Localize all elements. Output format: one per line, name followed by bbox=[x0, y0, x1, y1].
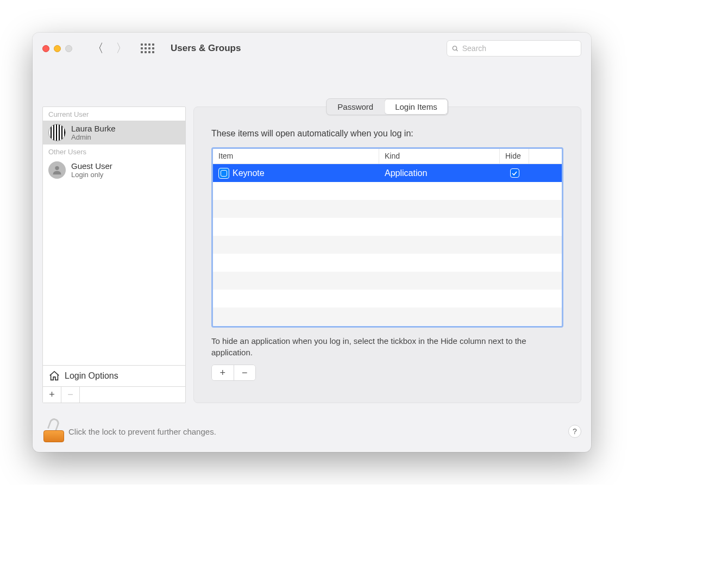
table-body: Keynote Application bbox=[213, 164, 562, 326]
svg-point-2 bbox=[55, 166, 59, 170]
svg-point-0 bbox=[453, 46, 456, 49]
search-icon bbox=[451, 45, 459, 53]
user-name: Guest User bbox=[71, 161, 112, 171]
add-user-button[interactable]: + bbox=[43, 387, 61, 403]
search-input[interactable] bbox=[462, 44, 576, 53]
section-label-other: Other Users bbox=[43, 145, 185, 158]
close-window-button[interactable] bbox=[42, 45, 49, 52]
lock-body-icon bbox=[43, 430, 64, 442]
login-options-button[interactable]: Login Options bbox=[43, 365, 185, 386]
login-options-label: Login Options bbox=[65, 371, 118, 381]
sidebar-add-remove: + − bbox=[43, 386, 185, 403]
toolbar: 〈 〉 Users & Groups bbox=[33, 33, 591, 64]
house-icon bbox=[48, 370, 60, 382]
help-button[interactable]: ? bbox=[568, 425, 581, 438]
col-item[interactable]: Item bbox=[213, 149, 379, 164]
tab-segmented-control: Password Login Items bbox=[326, 98, 448, 115]
table-header: Item Kind Hide bbox=[213, 149, 562, 164]
user-role: Admin bbox=[71, 133, 116, 141]
intro-text: These items will open automatically when… bbox=[211, 129, 563, 139]
window-users-groups: 〈 〉 Users & Groups Current User Laura Bu… bbox=[33, 33, 591, 452]
search-field[interactable] bbox=[447, 40, 581, 57]
cell-item: Keynote bbox=[213, 168, 379, 179]
users-sidebar: Current User Laura Burke Admin Other Use… bbox=[42, 106, 186, 403]
user-role: Login only bbox=[71, 171, 112, 179]
sidebar-user-guest[interactable]: Guest User Login only bbox=[43, 158, 185, 182]
item-name: Keynote bbox=[233, 168, 265, 178]
nav-arrows: 〈 〉 bbox=[92, 40, 128, 57]
hide-checkbox[interactable] bbox=[510, 168, 519, 178]
login-items-table[interactable]: Item Kind Hide Keynote Application bbox=[211, 147, 563, 328]
back-button[interactable]: 〈 bbox=[92, 40, 104, 57]
add-login-item-button[interactable]: + bbox=[212, 365, 234, 380]
zoom-window-button bbox=[65, 45, 72, 52]
avatar-silhouette-icon bbox=[48, 161, 66, 179]
col-hide[interactable]: Hide bbox=[500, 149, 529, 164]
tab-password[interactable]: Password bbox=[327, 99, 384, 115]
show-all-icon[interactable] bbox=[141, 43, 154, 53]
remove-login-item-button[interactable]: − bbox=[234, 365, 256, 380]
table-row[interactable]: Keynote Application bbox=[213, 164, 562, 182]
checkmark-icon bbox=[511, 170, 518, 177]
tab-login-items[interactable]: Login Items bbox=[384, 99, 448, 115]
section-label-current: Current User bbox=[43, 107, 185, 121]
cell-hide[interactable] bbox=[500, 168, 529, 178]
minimize-window-button[interactable] bbox=[54, 45, 61, 52]
user-name: Laura Burke bbox=[71, 124, 116, 133]
remove-user-button: − bbox=[61, 387, 80, 403]
lock-button[interactable] bbox=[42, 421, 61, 442]
avatar-piano-icon bbox=[48, 124, 66, 141]
sidebar-user-current[interactable]: Laura Burke Admin bbox=[43, 121, 185, 145]
window-controls bbox=[42, 45, 72, 52]
main-panel: Password Login Items These items will op… bbox=[193, 106, 581, 403]
forward-button: 〉 bbox=[116, 40, 128, 57]
footer: Click the lock to prevent further change… bbox=[33, 414, 591, 452]
login-items-add-remove: + − bbox=[211, 365, 256, 381]
body: Current User Laura Burke Admin Other Use… bbox=[33, 64, 591, 414]
window-title: Users & Groups bbox=[171, 43, 241, 54]
lock-shackle-icon bbox=[47, 417, 60, 432]
col-kind[interactable]: Kind bbox=[379, 149, 500, 164]
keynote-app-icon bbox=[218, 168, 229, 179]
lock-text: Click the lock to prevent further change… bbox=[68, 427, 216, 436]
hide-caption: To hide an application when you log in, … bbox=[211, 335, 563, 358]
svg-line-1 bbox=[456, 49, 458, 51]
cell-kind: Application bbox=[379, 168, 500, 178]
